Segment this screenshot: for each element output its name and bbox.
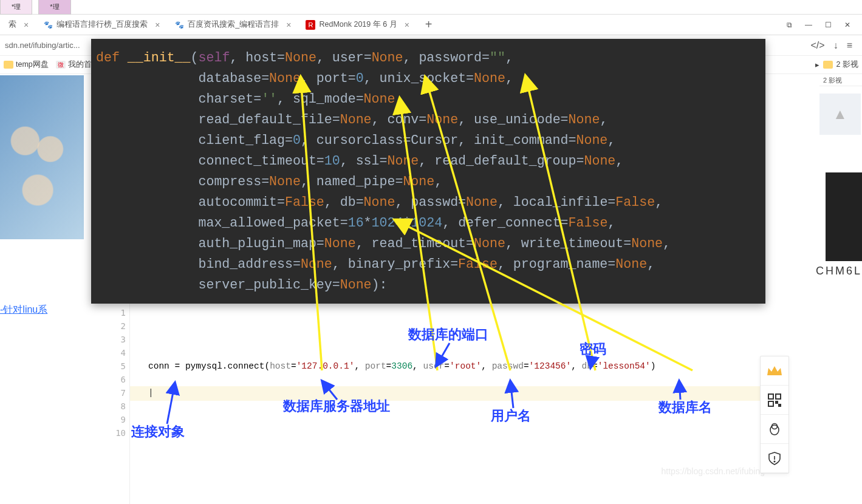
- shield-icon[interactable]: [761, 444, 788, 473]
- downloads-icon[interactable]: ↓: [833, 40, 838, 51]
- devtools-icon[interactable]: </>: [811, 40, 825, 51]
- dark-panel-peek: [826, 172, 862, 261]
- url-text[interactable]: sdn.net/ifubing/artic...: [5, 41, 80, 50]
- bookmark-label: 我的首: [68, 60, 92, 70]
- init-signature-code: def __init__(self, host=None, user=None,…: [91, 39, 765, 304]
- bookmark-label: temp网盘: [16, 60, 49, 70]
- annotation-db: 数据库名: [658, 398, 712, 417]
- connect-call-line: conn = pymysql.connect(host='127.0.0.1',…: [130, 359, 783, 373]
- side-link[interactable]: -针对linu系: [0, 304, 47, 316]
- vip-icon[interactable]: [761, 356, 788, 386]
- folder-row[interactable]: 2 影视: [819, 75, 862, 86]
- svg-rect-12: [776, 394, 781, 399]
- pinned-tab-2[interactable]: *理: [38, 0, 70, 15]
- overflow-arrow-icon[interactable]: ▸: [815, 60, 819, 69]
- bookmark-label[interactable]: 2 影视: [836, 60, 858, 70]
- annotation-password: 密码: [580, 340, 606, 358]
- annotation-host: 数据库服务器地址: [283, 397, 390, 415]
- qrcode-icon[interactable]: [761, 386, 788, 415]
- close-icon[interactable]: ×: [24, 20, 29, 30]
- minimize-icon[interactable]: —: [800, 21, 817, 29]
- bookmark-weibo[interactable]: 微 我的首: [56, 60, 92, 70]
- folder-label: 2 影视: [823, 76, 842, 85]
- tab-label: 编程语言排行榜_百度搜索: [56, 19, 148, 30]
- pinned-tab-1[interactable]: *理: [0, 0, 32, 15]
- baidu-icon: 🐾: [174, 20, 184, 30]
- tab-label: RedMonk 2019 年 6 月: [319, 19, 397, 30]
- window-controls: ⧉ — ☐ ✕: [781, 21, 862, 29]
- qq-icon[interactable]: [761, 415, 788, 444]
- close-icon[interactable]: ×: [405, 20, 409, 30]
- annotation-user: 用户名: [491, 407, 531, 425]
- annotation-port: 数据库的端口: [408, 325, 488, 344]
- new-tab-button[interactable]: +: [418, 18, 440, 32]
- svg-rect-11: [768, 394, 773, 399]
- annotation-conn: 连接对象: [131, 423, 185, 441]
- baidu-icon: 🐾: [43, 20, 53, 30]
- popup-icon[interactable]: ⧉: [781, 21, 798, 29]
- redmonk-icon: R: [306, 20, 315, 30]
- svg-rect-15: [779, 404, 781, 406]
- side-tool-panel: [760, 356, 789, 474]
- watermark: https://blog.csdn.net/ifubing: [662, 466, 765, 476]
- svg-rect-13: [768, 401, 773, 406]
- folder-icon: [4, 61, 13, 69]
- folder-icon: [823, 61, 833, 69]
- tab-label: 索: [9, 19, 16, 30]
- line-gutter: 12345678910: [109, 304, 130, 504]
- article-hero-image: [0, 75, 84, 239]
- partial-text: CHM6L: [816, 265, 862, 278]
- tab-baidu-news[interactable]: 🐾 百度资讯搜索_编程语言排 ×: [168, 16, 297, 33]
- weibo-icon: 微: [56, 61, 66, 69]
- menu-icon[interactable]: ≡: [847, 40, 852, 51]
- tab-label: 百度资讯搜索_编程语言排: [188, 19, 279, 30]
- pinned-tabs-row: *理 *理: [0, 0, 862, 15]
- maximize-icon[interactable]: ☐: [819, 21, 836, 29]
- svg-point-19: [774, 461, 775, 462]
- desktop-peek: 2 影视 ▲ CHM6L: [819, 75, 862, 135]
- image-placeholder: ▲: [819, 94, 861, 135]
- tab-redmonk[interactable]: R RedMonk 2019 年 6 月 ×: [299, 16, 415, 33]
- browser-tab-strip: 索 × 🐾 编程语言排行榜_百度搜索 × 🐾 百度资讯搜索_编程语言排 × R …: [0, 15, 862, 35]
- bookmark-temp[interactable]: temp网盘: [4, 60, 49, 70]
- tab-search[interactable]: 索 ×: [2, 16, 35, 33]
- svg-point-17: [772, 423, 778, 429]
- close-window-icon[interactable]: ✕: [839, 21, 856, 29]
- tab-baidu-rank[interactable]: 🐾 编程语言排行榜_百度搜索 ×: [37, 16, 166, 33]
- close-icon[interactable]: ×: [286, 20, 291, 30]
- svg-rect-14: [776, 401, 778, 403]
- close-icon[interactable]: ×: [155, 20, 160, 30]
